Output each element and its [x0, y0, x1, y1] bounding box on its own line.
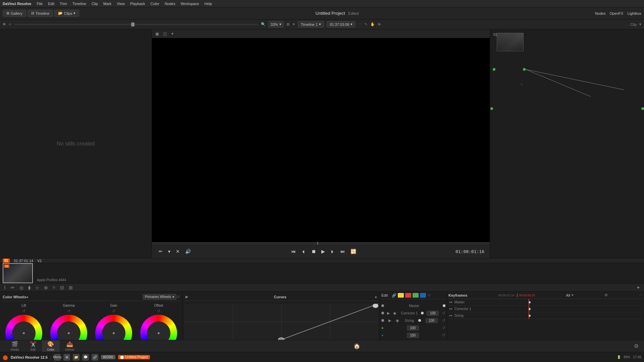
zoom-control[interactable]: 33% ▾ [268, 21, 284, 27]
fit-icon[interactable]: ⊞ [286, 22, 289, 26]
select-tool-icon[interactable]: ⊹ [8, 22, 11, 26]
edit-link-icon[interactable]: 🔗 [392, 293, 396, 298]
gain-reset-icon[interactable]: ↺ [112, 309, 115, 313]
reset-c[interactable]: ↺ [442, 325, 445, 330]
reset-d[interactable]: ↺ [442, 333, 445, 338]
node-output-dot[interactable] [523, 68, 526, 71]
hand-tool-icon[interactable]: ✋ [370, 22, 375, 26]
kf-settings-icon[interactable]: ⚙ [604, 293, 608, 297]
target-icon[interactable]: ⊕ [378, 22, 381, 26]
clips-button[interactable]: 📂 Clips ▾ [54, 10, 79, 17]
edit-red-button[interactable] [405, 293, 411, 298]
offset-reset-icon[interactable]: ↺ [157, 309, 160, 313]
curves-play-icon[interactable]: ▶ [185, 295, 188, 299]
color-shapes-icon[interactable]: ⧫ [27, 284, 32, 291]
node-thumbnail[interactable] [497, 33, 524, 51]
corrector1-expand-icon[interactable]: ▶ [387, 311, 390, 315]
kf-options-icon[interactable]: ⋯ [639, 293, 643, 297]
nav-media[interactable]: 🎬 Media [5, 340, 24, 352]
kf-sizing-track[interactable] [480, 312, 643, 319]
nav-edit[interactable]: ✂️ Edit [24, 340, 42, 352]
timeline-scrubber[interactable] [152, 242, 490, 245]
goto-start-button[interactable]: ⏮ [290, 247, 297, 255]
play-button[interactable]: ▶ [320, 247, 326, 255]
menu-timeline[interactable]: Timeline [72, 2, 86, 6]
tool-dropdown-icon[interactable]: ▾ [167, 247, 172, 255]
audio-icon[interactable]: 🔊 [184, 247, 192, 255]
step-forward-button[interactable]: ⏵ [329, 247, 336, 255]
nodes-button[interactable]: Nodes [595, 11, 606, 15]
kf-sizing-dot[interactable] [529, 315, 531, 317]
home-icon[interactable]: 🏠 [354, 343, 360, 349]
viewer-settings-icon[interactable]: ✦ [170, 31, 175, 37]
project-status-button[interactable]: ⬤ Untitled Project [118, 355, 150, 359]
value-d[interactable]: 100 [407, 333, 419, 338]
menu-nodes[interactable]: Nodes [165, 2, 175, 6]
wheels-reset-icon[interactable]: ↺ [176, 295, 180, 299]
edit-blue-button[interactable] [420, 293, 426, 298]
color-curves-icon[interactable]: ⌇ [3, 284, 7, 291]
node-right-edge-dot[interactable] [641, 107, 644, 110]
menu-color[interactable]: Color [151, 2, 159, 6]
lift-reset-icon[interactable]: ↺ [22, 309, 25, 313]
timeline-indicator[interactable]: Timeline 1 ▾ [298, 21, 324, 27]
sizing-lock-icon[interactable]: ◉ [396, 318, 399, 323]
corrector1-lock-icon[interactable]: ◉ [393, 311, 396, 315]
kf-master-track[interactable] [480, 299, 643, 305]
timeline-button[interactable]: ⊟ Timeline [28, 10, 53, 17]
pencil-tool-icon[interactable]: ✏ [157, 247, 164, 255]
kf-master-dot[interactable] [529, 301, 531, 303]
gamma-reset-icon[interactable]: ↺ [67, 309, 70, 313]
mark-icon[interactable]: ✦ [292, 22, 295, 26]
menu-file[interactable]: File [37, 2, 43, 6]
taskbar-monitor[interactable]: 🖥 [63, 354, 70, 361]
color-key-icon[interactable]: ⌗ [52, 284, 56, 291]
corrector1-value[interactable]: 100 [427, 311, 439, 316]
color-circle-icon[interactable]: ◎ [18, 284, 24, 291]
scrubber-playhead[interactable] [317, 242, 318, 245]
kf-corrector1-dot[interactable] [529, 308, 531, 310]
node-input-dot[interactable] [493, 68, 495, 71]
menu-playback[interactable]: Playback [130, 2, 145, 6]
node-resize-icon[interactable]: ⤡ [520, 82, 523, 86]
color-stereo-icon[interactable]: ⊞ [68, 284, 74, 291]
menu-clip[interactable]: Clip [92, 2, 98, 6]
color-pencil-icon[interactable]: ✏ [10, 284, 16, 291]
sizing-expand-icon[interactable]: ▶ [388, 318, 391, 323]
primaries-dropdown[interactable]: Primaries Wheels ▾ [143, 294, 176, 300]
more-options-icon[interactable]: ⋯ [358, 22, 362, 26]
edit-reset-icon[interactable]: ↺ [427, 293, 431, 298]
gallery-button[interactable]: ⊞ Gallery [3, 10, 26, 17]
loop-button[interactable]: 🔁 [349, 247, 358, 255]
menu-trim[interactable]: Trim [60, 2, 67, 6]
settings-icon[interactable]: ⚙ [634, 343, 639, 349]
value-c[interactable]: 100 [407, 325, 419, 330]
cursor-tool-icon[interactable]: ↖ [365, 22, 368, 26]
menu-help[interactable]: Help [205, 2, 212, 6]
viewer-layout-icon[interactable]: ◫ [162, 31, 167, 37]
color-blur-icon[interactable]: ⊕ [43, 284, 49, 291]
edit-yellow-button[interactable] [398, 293, 404, 298]
lightbox-button[interactable]: Lightbox [627, 11, 641, 15]
menu-view[interactable]: View [117, 2, 125, 6]
nav-deliver[interactable]: 📤 Deliver [60, 340, 80, 352]
kf-corrector1-track[interactable] [480, 306, 643, 312]
app-name-menu[interactable]: DaVinci Resolve [3, 2, 31, 6]
menu-edit[interactable]: Edit [48, 2, 54, 6]
clip-thumbnail[interactable]: 01 [3, 263, 33, 283]
search-icon[interactable]: 🔍 [261, 22, 266, 26]
corrector1-reset[interactable]: ↺ [442, 311, 445, 315]
color-3d-icon[interactable]: ⊟ [59, 284, 65, 291]
timecode-in-display[interactable]: 01:37:03:06 ▾ [327, 21, 356, 27]
viewer-mode-icon[interactable]: ▣ [155, 31, 160, 37]
menu-workspace[interactable]: Workspace [181, 2, 199, 6]
work-button[interactable]: WORK [101, 355, 115, 359]
kf-filter-dropdown-icon[interactable]: ▾ [572, 293, 574, 297]
edit-green-button[interactable] [413, 293, 419, 298]
taskbar-link[interactable]: 🔗 [92, 354, 98, 361]
cancel-icon[interactable]: ✕ [174, 247, 181, 255]
sizing-value[interactable]: 100 [426, 318, 438, 323]
color-tracker-icon[interactable]: ⊹ [34, 284, 40, 291]
taskbar-menu[interactable]: Menu [54, 354, 61, 361]
sizing-reset[interactable]: ↺ [442, 318, 445, 323]
